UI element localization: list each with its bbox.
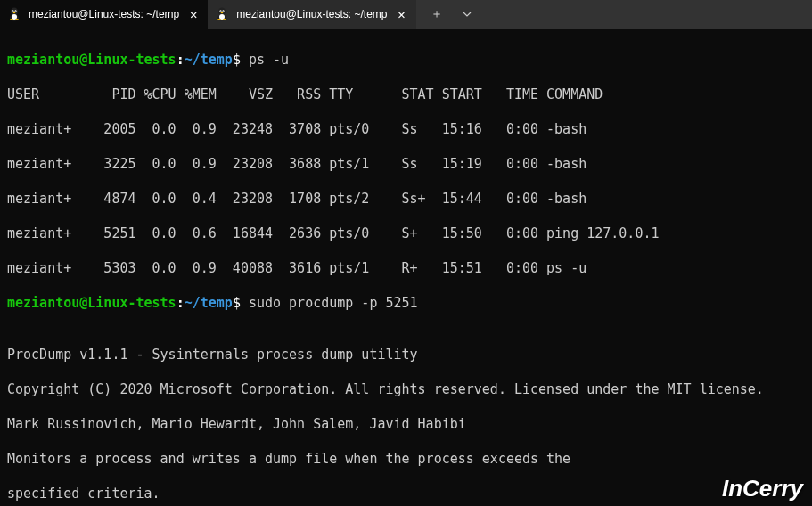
tab-active[interactable]: meziantou@Linux-tests: ~/temp ✕ [0,0,208,29]
terminal-output[interactable]: meziantou@Linux-tests:~/temp$ ps -u USER… [0,29,812,506]
tab-title: meziantou@Linux-tests: ~/temp [29,8,179,20]
output-line: Monitors a process and writes a dump fil… [7,451,805,469]
ps-row: meziant+ 5303 0.0 0.9 40088 3616 pts/1 R… [7,260,805,278]
prompt-user-host: meziantou@Linux-tests [7,52,176,68]
prompt-line: meziantou@Linux-tests:~/temp$ ps -u [7,52,805,69]
prompt-symbol: $ [233,52,241,68]
svg-point-9 [15,19,19,20]
command-text: ps -u [249,52,289,68]
output-line: specified criteria. [7,486,805,503]
prompt-symbol: $ [233,295,241,311]
ps-row: meziant+ 5251 0.0 0.6 16844 2636 pts/0 S… [7,225,805,243]
svg-point-19 [223,19,226,20]
output-line: ProcDump v1.1.1 - Sysinternals process d… [7,347,805,364]
tux-icon [215,7,229,21]
prompt-path: ~/temp [185,52,233,68]
close-icon[interactable]: ✕ [395,7,409,21]
svg-point-18 [217,19,221,20]
ps-row: meziant+ 4874 0.0 0.4 23208 1708 pts/2 S… [7,191,805,208]
svg-point-17 [221,12,224,13]
dropdown-button[interactable] [454,1,480,28]
svg-point-15 [221,11,222,12]
svg-point-16 [223,11,224,12]
tab-bar: meziantou@Linux-tests: ~/temp ✕ mezianto… [0,0,812,29]
close-icon[interactable]: ✕ [186,7,201,21]
tab-inactive[interactable]: meziantou@Linux-tests: ~/temp ✕ [208,0,415,29]
svg-point-6 [15,11,16,12]
new-tab-button[interactable]: ＋ [423,1,450,28]
prompt-sep: : [176,52,185,68]
svg-point-12 [219,14,225,20]
prompt-line: meziantou@Linux-tests:~/temp$ sudo procd… [7,295,805,313]
ps-header: USER PID %CPU %MEM VSZ RSS TTY STAT STAR… [7,86,805,104]
prompt-user-host: meziantou@Linux-tests [7,295,176,311]
svg-point-8 [10,19,13,20]
ps-row: meziant+ 3225 0.0 0.9 23208 3688 pts/1 S… [7,156,805,174]
prompt-sep: : [176,295,185,311]
watermark: InCerry [722,475,803,502]
svg-point-5 [12,11,13,12]
tab-title: meziantou@Linux-tests: ~/temp [236,8,387,20]
tabbar-actions: ＋ [416,1,480,28]
svg-point-7 [13,12,16,13]
command-text: sudo procdump -p 5251 [249,295,418,311]
tux-icon [7,7,21,21]
output-line: Mark Russinovich, Mario Hewardt, John Sa… [7,416,805,434]
svg-point-2 [12,14,17,20]
ps-row: meziant+ 2005 0.0 0.9 23248 3708 pts/0 S… [7,121,805,139]
prompt-path: ~/temp [185,295,233,311]
output-line: Copyright (C) 2020 Microsoft Corporation… [7,381,805,399]
